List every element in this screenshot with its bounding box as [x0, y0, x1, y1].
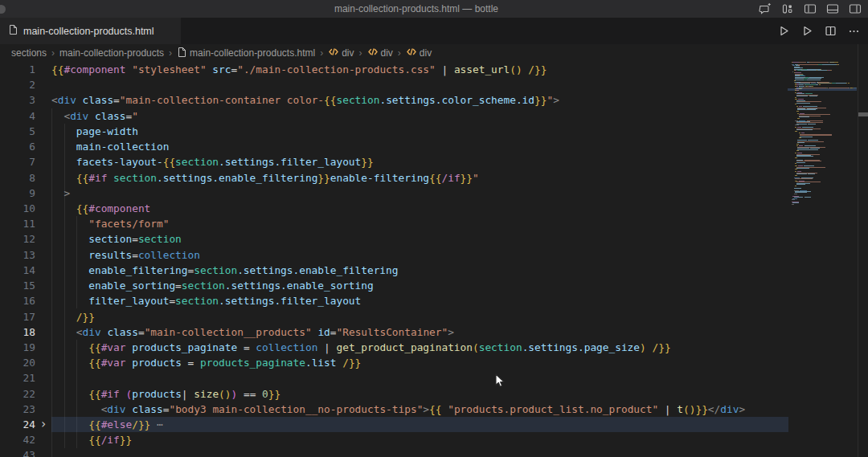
line-number: 43 — [0, 447, 35, 457]
code-line-21[interactable]: 21 — [0, 370, 788, 386]
line-number: 18 — [0, 324, 35, 340]
minimap-line — [796, 129, 813, 130]
minimap[interactable] — [792, 0, 857, 457]
code-line-18[interactable]: 18 <div class="main-collection__products… — [0, 324, 788, 340]
line-number: 16 — [0, 293, 35, 308]
minimap-line — [805, 84, 815, 85]
minimap-line — [796, 150, 799, 151]
minimap-line — [836, 83, 847, 84]
code-line-2[interactable]: 2 — [0, 77, 788, 92]
minimap-line — [795, 104, 796, 104]
breadcrumb-label: div — [381, 47, 393, 59]
chat-sparkle-icon[interactable] — [759, 2, 772, 15]
line-number: 7 — [0, 154, 35, 169]
code-line-13[interactable]: 13 results=collection — [0, 247, 788, 263]
code-line-4[interactable]: 4 <div class=" — [0, 108, 788, 124]
code-line-6[interactable]: 6 main-collection — [0, 139, 788, 154]
code-text: results=collection — [51, 249, 200, 261]
minimap-line — [805, 197, 812, 198]
code-line-3[interactable]: 3<div class="main-collection-container c… — [0, 92, 788, 108]
code-line-43[interactable]: 43 — [0, 447, 788, 457]
code-line-24[interactable]: 24› {{#else/}} ⋯ — [0, 417, 788, 432]
file-icon — [177, 47, 187, 60]
code-text: {{#component — [51, 202, 150, 214]
minimap-line — [796, 103, 810, 104]
run-icon[interactable] — [777, 25, 790, 38]
code-line-23[interactable]: 23 <div class="body3 main-collection__no… — [0, 402, 788, 417]
minimap-line — [809, 96, 817, 96]
code-text: "facets/form" — [51, 218, 169, 230]
breadcrumb-item-div[interactable]: div — [328, 47, 354, 59]
code-text: <div class="main-collection-container co… — [51, 94, 559, 106]
mouse-cursor — [495, 373, 506, 389]
tab-bar: main-collection-products.html — [0, 18, 868, 44]
code-line-8[interactable]: 8 {{#if section.settings.enable_filterin… — [0, 170, 788, 186]
code-text: <div class="main-collection__products" i… — [51, 326, 454, 338]
code-line-1[interactable]: 1{{#component "stylesheet" src="./main-c… — [0, 62, 788, 77]
breadcrumb-item-div[interactable]: div — [367, 47, 393, 59]
code-line-20[interactable]: 20 {{#var products = products_paginate.l… — [0, 355, 788, 370]
fold-chevron-icon[interactable]: › — [35, 417, 51, 432]
minimap-line — [795, 178, 813, 179]
minimap-line — [836, 62, 837, 63]
code-line-16[interactable]: 16 filter_layout=section.settings.filter… — [0, 293, 788, 308]
code-line-15[interactable]: 15 enable_sorting=section.settings.enabl… — [0, 278, 788, 293]
minimap-line — [798, 64, 817, 65]
code-text: main-collection — [51, 141, 169, 153]
line-number: 5 — [0, 124, 35, 139]
code-line-10[interactable]: 10 {{#component — [0, 201, 788, 216]
line-number: 10 — [0, 201, 35, 216]
code-line-17[interactable]: 17 /}} — [0, 309, 788, 324]
minimap-line — [800, 137, 813, 137]
symbol-element-icon — [406, 47, 417, 59]
code-line-19[interactable]: 19 {{#var products_paginate = collection… — [0, 340, 788, 355]
line-number: 11 — [0, 216, 35, 231]
line-number: 8 — [0, 170, 35, 186]
breadcrumb-separator: › — [51, 47, 55, 59]
minimap-line — [819, 84, 821, 85]
breadcrumb-item-div[interactable]: div — [406, 47, 432, 59]
code-line-22[interactable]: 22 {{#if (products| size()) == 0}} — [0, 386, 788, 402]
line-number: 15 — [0, 278, 35, 293]
breadcrumb-separator: › — [359, 47, 362, 59]
breadcrumb-item-main-collection-products[interactable]: main-collection-products — [59, 47, 164, 59]
code-text: enable_sorting=section.settings.enable_s… — [51, 280, 374, 292]
minimap-line — [796, 156, 814, 157]
line-number: 4 — [0, 108, 35, 124]
minimap-line — [797, 109, 816, 110]
line-number: 21 — [0, 370, 35, 386]
title-bar: main-collection-products.html — bottle — [0, 0, 868, 18]
code-line-14[interactable]: 14 enable_filtering=section.settings.ena… — [0, 263, 788, 278]
editor[interactable]: 1{{#component "stylesheet" src="./main-c… — [0, 62, 788, 457]
minimap-line — [795, 97, 796, 98]
minimap-line — [801, 70, 817, 71]
tab-main-collection-products[interactable]: main-collection-products.html — [0, 18, 181, 44]
code-text: page-width — [51, 125, 138, 137]
code-line-5[interactable]: 5 page-width — [0, 124, 788, 139]
code-text: <div class="body3 main-collection__no-pr… — [51, 403, 745, 415]
breadcrumb-separator: › — [398, 47, 401, 59]
line-number: 13 — [0, 247, 35, 263]
code-line-42[interactable]: 42 {{/if}} — [0, 432, 788, 447]
code-line-9[interactable]: 9 > — [0, 186, 788, 201]
line-number: 23 — [0, 402, 35, 417]
code-text: {{#var products_paginate = collection | … — [51, 341, 671, 353]
minimap-line — [795, 124, 798, 125]
breadcrumb-item-main-collection-products.html[interactable]: main-collection-products.html — [177, 47, 315, 60]
code-line-11[interactable]: 11 "facets/form" — [0, 216, 788, 231]
minimap-line — [792, 199, 795, 200]
code-line-7[interactable]: 7 facets-layout-{{section.settings.filte… — [0, 154, 788, 169]
code-line-12[interactable]: 12 section=section — [0, 231, 788, 247]
line-number: 42 — [0, 432, 35, 447]
minimap-line — [795, 175, 797, 176]
minimap-line — [796, 162, 806, 163]
line-number: 17 — [0, 309, 35, 324]
minimap-line — [795, 157, 797, 158]
minimap-line — [796, 173, 807, 174]
minimap-line — [795, 131, 797, 132]
minimap-line — [794, 194, 797, 194]
breadcrumb-item-sections[interactable]: sections — [11, 47, 47, 59]
line-number: 6 — [0, 139, 35, 154]
minimap-line — [794, 188, 801, 189]
overview-ruler-marker — [858, 112, 868, 116]
